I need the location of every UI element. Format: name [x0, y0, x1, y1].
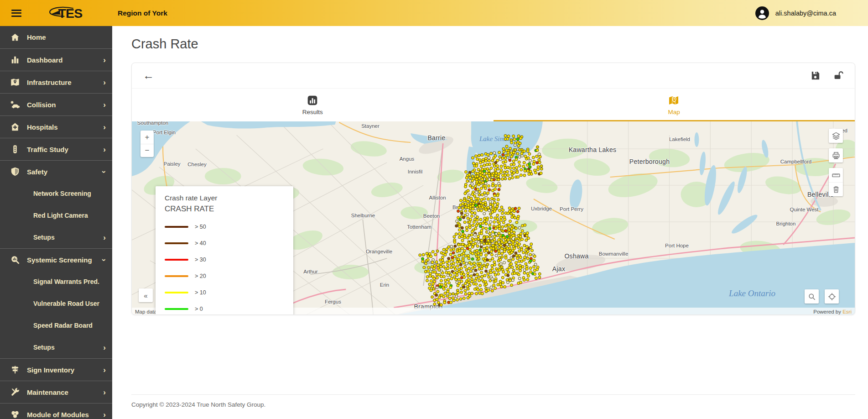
crash-rate-dot[interactable] [465, 269, 468, 272]
crash-rate-dot[interactable] [495, 242, 498, 245]
crash-rate-dot[interactable] [493, 261, 496, 263]
crash-rate-dot[interactable] [483, 240, 486, 242]
crash-rate-dot[interactable] [448, 297, 451, 300]
crash-rate-dot[interactable] [431, 261, 434, 264]
crash-rate-dot[interactable] [488, 169, 490, 172]
crash-rate-dot[interactable] [476, 216, 479, 219]
crash-rate-dot[interactable] [478, 292, 481, 294]
crash-rate-dot[interactable] [431, 296, 434, 299]
crash-rate-dot[interactable] [499, 280, 502, 283]
crash-rate-dot[interactable] [474, 204, 477, 207]
crash-rate-dot[interactable] [452, 259, 454, 262]
crash-rate-dot[interactable] [485, 254, 488, 257]
crash-rate-dot[interactable] [529, 246, 532, 249]
crash-rate-dot[interactable] [485, 209, 488, 211]
crash-rate-dot[interactable] [526, 257, 529, 260]
crash-rate-dot[interactable] [533, 259, 535, 262]
crash-rate-dot[interactable] [439, 286, 442, 288]
crash-rate-dot[interactable] [462, 230, 464, 233]
crash-rate-dot[interactable] [502, 230, 504, 232]
crash-rate-dot[interactable] [433, 280, 436, 283]
crash-rate-dot[interactable] [487, 272, 489, 275]
crash-rate-dot[interactable] [515, 221, 518, 224]
crash-rate-dot[interactable] [490, 216, 493, 219]
crash-rate-dot[interactable] [449, 293, 452, 296]
crash-rate-dot[interactable] [430, 289, 432, 292]
crash-rate-dot[interactable] [453, 241, 456, 244]
crash-rate-dot[interactable] [477, 188, 479, 191]
crash-rate-dot[interactable] [496, 194, 499, 197]
crash-rate-dot[interactable] [523, 244, 526, 247]
crash-rate-dot[interactable] [457, 265, 459, 267]
crash-rate-dot[interactable] [470, 241, 473, 243]
crash-rate-dot[interactable] [463, 297, 465, 299]
crash-rate-dot[interactable] [450, 266, 453, 269]
crash-rate-dot[interactable] [467, 196, 470, 199]
crash-rate-dot[interactable] [508, 207, 511, 210]
crash-rate-dot[interactable] [468, 281, 470, 284]
crash-rate-dot[interactable] [477, 238, 480, 241]
crash-rate-dot[interactable] [476, 245, 479, 247]
crash-rate-dot[interactable] [468, 257, 470, 260]
crash-rate-dot[interactable] [517, 246, 520, 249]
crash-rate-dot[interactable] [470, 263, 473, 266]
crash-rate-dot[interactable] [467, 217, 469, 220]
crash-rate-dot[interactable] [484, 176, 487, 178]
crash-rate-dot[interactable] [458, 249, 461, 252]
crash-rate-dot[interactable] [471, 211, 473, 214]
crash-rate-dot[interactable] [534, 172, 537, 174]
crash-rate-dot[interactable] [526, 150, 529, 152]
crash-rate-dot[interactable] [507, 271, 510, 273]
crash-rate-dot[interactable] [480, 165, 483, 168]
crash-rate-dot[interactable] [517, 273, 520, 276]
crash-rate-dot[interactable] [440, 279, 442, 282]
crash-rate-dot[interactable] [527, 237, 530, 240]
crash-rate-dot[interactable] [494, 188, 496, 190]
crash-rate-dot[interactable] [487, 198, 489, 200]
crash-rate-dot[interactable] [461, 226, 463, 229]
crash-rate-dot[interactable] [516, 138, 519, 141]
crash-rate-dot[interactable] [464, 203, 467, 205]
crash-rate-dot[interactable] [455, 233, 457, 236]
crash-rate-dot[interactable] [472, 170, 474, 173]
crash-rate-dot[interactable] [490, 237, 493, 240]
crash-rate-dot[interactable] [464, 293, 467, 295]
crash-rate-dot[interactable] [421, 257, 424, 260]
crash-rate-dot[interactable] [449, 253, 452, 256]
crash-rate-dot[interactable] [517, 144, 520, 147]
crash-rate-dot[interactable] [453, 236, 456, 238]
crash-rate-dot[interactable] [540, 172, 542, 175]
crash-rate-dot[interactable] [457, 284, 459, 287]
crash-rate-dot[interactable] [517, 135, 520, 137]
crash-rate-dot[interactable] [480, 267, 483, 270]
crash-rate-dot[interactable] [471, 230, 473, 233]
crash-rate-dot[interactable] [457, 291, 459, 294]
crash-rate-dot[interactable] [467, 288, 469, 290]
crash-rate-dot[interactable] [459, 199, 462, 202]
crash-rate-dot[interactable] [426, 252, 428, 255]
crash-rate-dot[interactable] [457, 210, 460, 213]
crash-rate-dot[interactable] [506, 137, 509, 140]
crash-rate-dot[interactable] [487, 289, 490, 292]
crash-rate-dot[interactable] [464, 185, 467, 188]
crash-rate-dot[interactable] [450, 249, 452, 251]
crash-rate-dot[interactable] [458, 232, 461, 235]
crash-rate-dot[interactable] [477, 241, 480, 243]
crash-rate-dot[interactable] [433, 267, 436, 270]
crash-rate-dot[interactable] [506, 235, 509, 238]
crash-rate-dot[interactable] [519, 256, 522, 259]
crash-rate-dot[interactable] [509, 220, 512, 223]
crash-rate-dot[interactable] [529, 166, 531, 168]
crash-rate-dot[interactable] [538, 158, 541, 161]
crash-rate-dot[interactable] [478, 264, 480, 267]
crash-rate-dot[interactable] [442, 275, 445, 278]
sidebar-item-sign-inventory[interactable]: Sign Inventory› [0, 358, 112, 381]
crash-rate-dot[interactable] [508, 178, 511, 180]
crash-rate-dot[interactable] [467, 275, 469, 278]
crash-rate-dot[interactable] [472, 162, 475, 165]
crash-rate-dot[interactable] [471, 215, 473, 218]
crash-rate-dot[interactable] [504, 177, 507, 180]
measure-button[interactable] [829, 168, 843, 182]
crash-rate-dot[interactable] [513, 172, 515, 174]
crash-rate-dot[interactable] [517, 176, 520, 178]
